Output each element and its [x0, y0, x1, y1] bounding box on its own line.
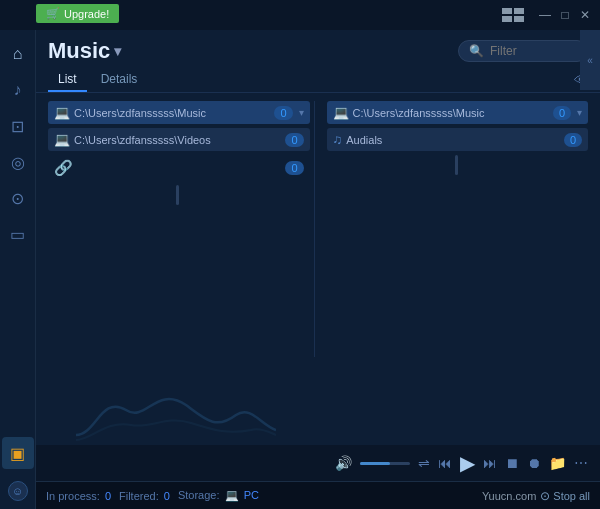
tv-icon: ⊡: [11, 117, 24, 136]
waveform-area: [36, 365, 600, 445]
scrollbar[interactable]: [455, 155, 458, 175]
sidebar: ⌂ ♪ ⊡ ◎ ⊙ ▭ ▣ ☺: [0, 30, 36, 509]
tab-details[interactable]: Details: [91, 68, 148, 92]
status-bar: In process: 0 Filtered: 0 Storage: 💻 PC …: [36, 481, 600, 509]
player-bar: 🔊 ⇌ ⏮ ▶ ⏭ ⏹ ⏺ 📁 ⋯: [36, 445, 600, 481]
storage-icon: 💻: [225, 489, 239, 501]
in-process-label: In process: 0: [46, 490, 111, 502]
sidebar-item-tv[interactable]: ⊡: [2, 110, 34, 142]
volume-slider[interactable]: [360, 462, 410, 465]
filtered-label: Filtered: 0: [119, 490, 170, 502]
storage-label: Storage: 💻 PC: [178, 489, 259, 502]
sidebar-item-antenna[interactable]: ⊙: [2, 182, 34, 214]
upgrade-label: Upgrade!: [64, 8, 109, 20]
sidebar-item-home[interactable]: ⌂: [2, 38, 34, 70]
sidebar-item-podcast[interactable]: ◎: [2, 146, 34, 178]
title-dropdown-arrow[interactable]: ▾: [114, 43, 121, 59]
previous-icon[interactable]: ⏮: [438, 455, 452, 471]
sidebar-item-screen[interactable]: ▭: [2, 218, 34, 250]
next-icon[interactable]: ⏭: [483, 455, 497, 471]
link-icon: 🔗: [54, 159, 73, 177]
volume-icon[interactable]: 🔊: [335, 455, 352, 471]
folder-icon: ▣: [10, 444, 25, 463]
shuffle-icon[interactable]: ⇌: [418, 455, 430, 471]
user-avatar[interactable]: ☺: [8, 481, 28, 501]
right-pane: 💻 C:\Users\zdfansssss\Music 0 ▾ ♫ Audial…: [319, 101, 589, 357]
sidebar-item-folder[interactable]: ▣: [2, 437, 34, 469]
screen-icon: ▭: [10, 225, 25, 244]
list-item-link[interactable]: 🔗 0: [48, 155, 310, 181]
status-left: In process: 0 Filtered: 0 Storage: 💻 PC: [46, 489, 259, 502]
close-button[interactable]: ✕: [578, 8, 592, 22]
left-pane: 💻 C:\Users\zdfansssss\Music 0 ▾ 💻 C:\Use…: [48, 101, 310, 357]
chevron-left-icon: «: [587, 55, 593, 66]
upgrade-button[interactable]: 🛒 Upgrade!: [36, 4, 119, 23]
search-icon: 🔍: [469, 44, 484, 58]
page-title: Music ▾: [48, 38, 121, 64]
computer-icon: 💻: [333, 105, 349, 120]
content-header: Music ▾ 🔍: [36, 30, 600, 68]
list-item[interactable]: 💻 C:\Users\zdfansssss\Music 0 ▾: [48, 101, 310, 124]
stop-icon[interactable]: ⏹: [505, 455, 519, 471]
play-button[interactable]: ▶: [460, 451, 475, 475]
stop-circle-icon: ⊙: [540, 489, 550, 503]
more-icon[interactable]: ⋯: [574, 455, 588, 471]
music-icon: ♪: [14, 81, 22, 99]
filter-box[interactable]: 🔍: [458, 40, 588, 62]
volume-fill: [360, 462, 390, 465]
list-item[interactable]: ♫ Audials 0: [327, 128, 589, 151]
window-controls: — □ ✕: [502, 8, 592, 22]
page-title-text: Music: [48, 38, 110, 64]
folder-icon[interactable]: 📁: [549, 455, 566, 471]
main-content: « Music ▾ 🔍 List Details 👁: [36, 30, 600, 509]
expand-arrow-icon: ▾: [577, 107, 582, 118]
expand-arrow-icon: ▾: [299, 107, 304, 118]
maximize-button[interactable]: □: [558, 8, 572, 22]
computer-icon: 💻: [54, 105, 70, 120]
grid-view-icon[interactable]: [502, 8, 524, 22]
tab-list: List Details: [48, 68, 147, 92]
app-container: ⌂ ♪ ⊡ ◎ ⊙ ▭ ▣ ☺ « Music: [0, 30, 600, 509]
pane-divider: [314, 101, 315, 357]
cart-icon: 🛒: [46, 7, 60, 20]
home-icon: ⌂: [13, 45, 23, 63]
waveform-svg: [76, 375, 276, 445]
audio-icon: ♫: [333, 132, 343, 147]
podcast-icon: ◎: [11, 153, 25, 172]
computer-icon: 💻: [54, 132, 70, 147]
filter-input[interactable]: [490, 44, 580, 58]
file-area: 💻 C:\Users\zdfansssss\Music 0 ▾ 💻 C:\Use…: [36, 93, 600, 365]
list-item[interactable]: 💻 C:\Users\zdfansssss\Music 0 ▾: [327, 101, 589, 124]
tabs-bar: List Details 👁: [36, 68, 600, 93]
status-right: Yuucn.com ⊙ Stop all: [482, 489, 590, 503]
title-bar: 🛒 Upgrade! — □ ✕: [0, 0, 600, 30]
record-icon[interactable]: ⏺: [527, 455, 541, 471]
collapse-button[interactable]: «: [580, 30, 600, 90]
sidebar-item-music[interactable]: ♪: [2, 74, 34, 106]
tab-list[interactable]: List: [48, 68, 87, 92]
minimize-button[interactable]: —: [538, 8, 552, 22]
user-icon: ☺: [12, 485, 23, 497]
brand-label: Yuucn.com: [482, 490, 536, 502]
stop-all-button[interactable]: ⊙ Stop all: [540, 489, 590, 503]
scrollbar[interactable]: [176, 185, 179, 205]
list-item[interactable]: 💻 C:\Users\zdfansssss\Videos 0: [48, 128, 310, 151]
antenna-icon: ⊙: [11, 189, 24, 208]
